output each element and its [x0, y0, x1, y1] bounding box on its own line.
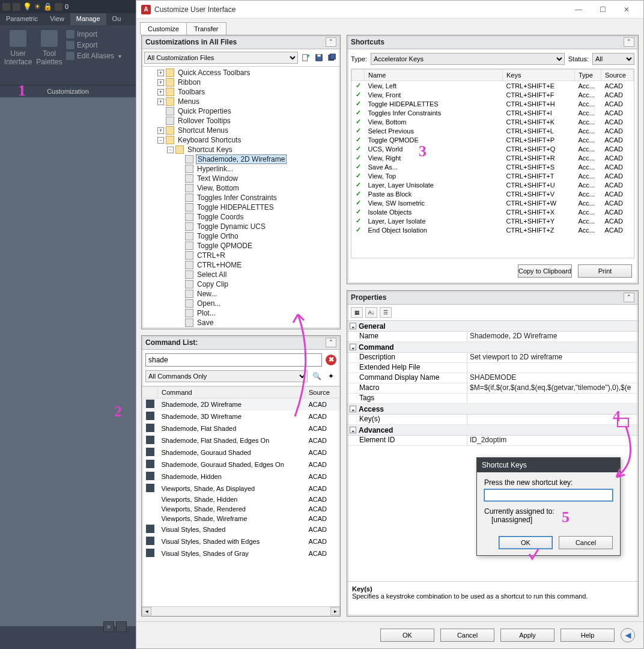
property-row[interactable]: NameShademode, 2D Wireframe [347, 332, 638, 342]
tree-node[interactable]: Text Window [144, 174, 336, 183]
tree-node[interactable]: +Quick Access Toolbars [144, 68, 336, 78]
tab-transfer[interactable]: Transfer [186, 22, 226, 35]
shortcut-row[interactable]: ✓Toggle HIDEPALETTESCTRL+SHIFT+HAcc...AC… [352, 99, 634, 108]
property-value[interactable]: SHADEMODE [467, 373, 638, 383]
copy-clipboard-button[interactable]: Copy to Clipboard [518, 264, 572, 278]
property-value[interactable] [467, 394, 638, 403]
property-row[interactable]: Tags [347, 394, 638, 404]
tree-node[interactable]: Copy Clip [144, 279, 336, 289]
property-row[interactable]: Command Display NameSHADEMODE [347, 373, 638, 383]
shortcut-row[interactable]: ✓Layer, Layer IsolateCTRL+SHIFT+YAcc...A… [352, 216, 634, 225]
property-category[interactable]: ⌄Command [347, 342, 638, 353]
tree-node[interactable]: Select All [144, 270, 336, 279]
command-row[interactable]: Viewports, Shade, HiddenACAD [142, 495, 340, 504]
property-value[interactable]: Shademode, 2D Wireframe [467, 332, 638, 341]
col-source[interactable]: Source [305, 387, 340, 398]
maximize-button[interactable]: ☐ [591, 1, 615, 18]
tree-node[interactable]: -Keyboard Shortcuts [144, 135, 336, 145]
import-button[interactable]: Import [66, 30, 121, 38]
command-search-input[interactable] [145, 353, 322, 367]
status-select[interactable]: All [592, 53, 634, 65]
command-row[interactable]: Shademode, Gouraud ShadedACAD [142, 446, 340, 459]
shortcut-row[interactable]: ✓Isolate ObjectsCTRL+SHIFT+XAcc...ACAD [352, 207, 634, 216]
tree-node[interactable]: CTRL+R [144, 251, 336, 260]
property-value[interactable]: Set viewport to 2D wireframe [467, 353, 638, 362]
expander-icon[interactable]: - [157, 137, 164, 144]
property-value[interactable]: ID_2doptim [467, 436, 638, 445]
command-table[interactable]: Command Source Shademode, 2D WireframeAC… [142, 386, 340, 606]
collapse-icon[interactable]: ⌃ [326, 37, 336, 47]
scroll-right-icon[interactable]: ▸ [330, 607, 340, 615]
tree-node[interactable]: Toggle Coords [144, 212, 336, 222]
expander-icon[interactable]: + [157, 127, 164, 134]
expander-icon[interactable]: + [157, 79, 164, 86]
expander-icon[interactable]: ⌄ [350, 427, 356, 433]
customization-filter-select[interactable]: All Customization Files [144, 52, 298, 64]
command-row[interactable]: Shademode, Gouraud Shaded, Edges OnACAD [142, 459, 340, 471]
tree-node[interactable]: Quick Properties [144, 106, 336, 116]
col-command[interactable]: Command [158, 387, 305, 398]
save-icon[interactable] [314, 52, 324, 63]
property-row[interactable]: DescriptionSet viewport to 2D wireframe [347, 353, 638, 363]
tree-node[interactable]: +Menus [144, 97, 336, 106]
shortcut-row[interactable]: ✓Toggle QPMODECTRL+SHIFT+PAcc...ACAD [352, 135, 634, 144]
expander-icon[interactable]: + [157, 70, 164, 76]
property-row[interactable]: Element IDID_2doptim [347, 436, 638, 446]
collapse-icon[interactable]: ⌃ [624, 293, 634, 302]
new-file-icon[interactable] [300, 52, 311, 63]
tree-node[interactable]: Toggle Ortho [144, 231, 336, 241]
clear-search-icon[interactable]: ✖ [326, 355, 336, 365]
collapse-icon[interactable]: ⌃ [624, 37, 634, 47]
minimize-button[interactable]: — [567, 1, 591, 18]
command-filter-select[interactable]: All Commands Only [145, 370, 308, 382]
property-pages-icon[interactable]: ☰ [380, 307, 392, 318]
tree-node[interactable]: +Toolbars [144, 87, 336, 97]
property-category[interactable]: ⌄Advanced [347, 425, 638, 436]
shortcut-row[interactable]: ✓Select PreviousCTRL+SHIFT+LAcc...ACAD [352, 126, 634, 135]
customization-tree[interactable]: +Quick Access Toolbars+Ribbon+Toolbars+M… [142, 67, 340, 329]
property-category[interactable]: ⌄Access [347, 404, 638, 415]
tool-palettes-button[interactable]: Tool Palettes [35, 30, 64, 66]
shortcut-row[interactable]: ✓View, FrontCTRL+SHIFT+FAcc...ACAD [352, 90, 634, 99]
property-row[interactable]: Key(s) [347, 415, 638, 425]
expander-icon[interactable]: ⌄ [350, 323, 356, 329]
property-value[interactable] [467, 363, 638, 373]
tree-node[interactable]: Rollover Tooltips [144, 116, 336, 126]
col-keys[interactable]: Keys [503, 70, 575, 81]
command-row[interactable]: Shademode, 3D WireframeACAD [142, 410, 340, 422]
shortcut-input[interactable] [484, 489, 613, 501]
find-icon[interactable]: 🔍 [311, 371, 322, 382]
expander-icon[interactable]: - [167, 147, 174, 153]
scroll-left-icon[interactable]: ◂ [142, 607, 151, 615]
command-row[interactable]: Viewports, Shade, As DisplayedACAD [142, 483, 340, 495]
property-row[interactable]: Extended Help File [347, 363, 638, 373]
col-source[interactable]: Source [601, 70, 634, 81]
tab-output[interactable]: Ou [106, 13, 127, 25]
close-button[interactable]: ✕ [615, 1, 639, 18]
tree-node[interactable]: Shademode, 2D Wireframe [144, 154, 336, 164]
tree-node[interactable]: Toggles Infer Constraints [144, 193, 336, 203]
collapse-icon[interactable]: ⌃ [326, 338, 336, 347]
shortcut-row[interactable]: ✓View, RightCTRL+SHIFT+RAcc...ACAD [352, 153, 634, 162]
expander-icon[interactable]: + [157, 99, 164, 105]
command-row[interactable]: Shademode, HiddenACAD [142, 471, 340, 483]
property-value[interactable] [467, 415, 638, 424]
tab-view[interactable]: View [44, 13, 70, 25]
tree-node[interactable]: Save [144, 318, 336, 328]
tree-node[interactable]: View, Bottom [144, 183, 336, 193]
tree-node[interactable]: Plot... [144, 308, 336, 318]
shortcut-row[interactable]: ✓Save As...CTRL+SHIFT+SAcc...ACAD [352, 162, 634, 171]
tab-customize[interactable]: Customize [140, 22, 187, 35]
command-row[interactable]: Visual Styles, ShadedACAD [142, 523, 340, 535]
tree-node[interactable]: -Shortcut Keys [144, 145, 336, 154]
property-category[interactable]: ⌄General [347, 321, 638, 332]
command-row[interactable]: Shademode, Flat ShadedACAD [142, 422, 340, 434]
cancel-button[interactable]: Cancel [440, 629, 494, 642]
ok-button[interactable]: OK [380, 629, 434, 642]
expander-icon[interactable]: + [157, 89, 164, 96]
alphabetical-icon[interactable]: A↓ [365, 307, 377, 318]
categorized-icon[interactable]: ▦ [351, 307, 363, 318]
ok-button[interactable]: OK [499, 536, 553, 549]
shortcut-row[interactable]: ✓Layer, Layer UnisolateCTRL+SHIFT+UAcc..… [352, 180, 634, 189]
new-command-icon[interactable]: ✦ [326, 371, 336, 382]
